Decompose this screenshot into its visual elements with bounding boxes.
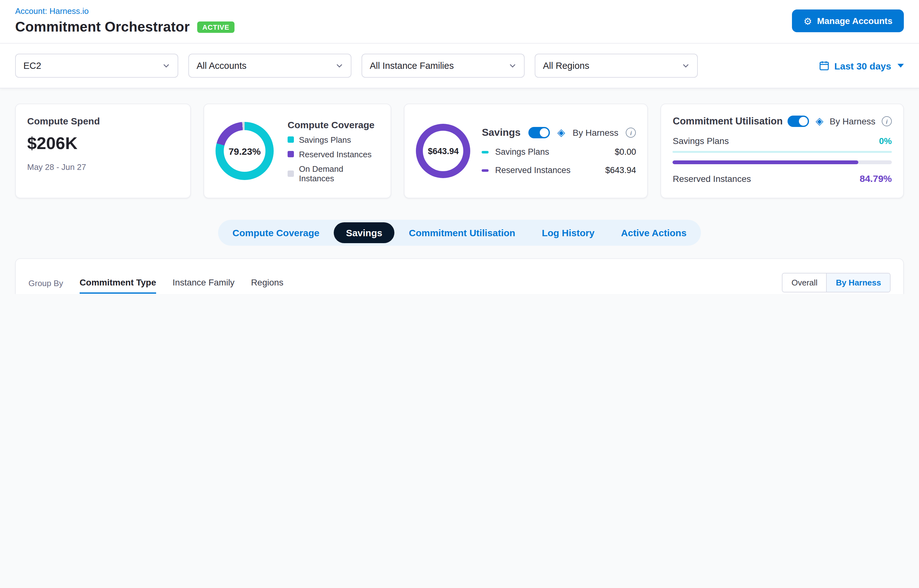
reserved-instances-utilisation-value: 84.79%: [860, 173, 892, 184]
service-filter-select[interactable]: EC2: [15, 54, 178, 78]
status-badge: ACTIVE: [197, 21, 235, 33]
coverage-donut-value: 79.23%: [216, 122, 274, 180]
savings-card: $643.94 Savings ◈ By Harness i Savings P…: [404, 103, 648, 198]
legend-item-savings-plans: Savings Plans: [288, 135, 379, 144]
view-by-harness-button[interactable]: By Harness: [827, 273, 890, 292]
savings-by-harness-toggle[interactable]: [528, 127, 549, 138]
savings-title: Savings: [482, 127, 521, 138]
compute-spend-title: Compute Spend: [27, 116, 179, 126]
reserved-instances-progress-bar: [673, 160, 892, 164]
commitment-utilisation-title: Commitment Utilisation: [673, 116, 783, 127]
savings-card-body: Savings ◈ By Harness i Savings Plans $0.…: [482, 127, 636, 175]
savings-plans-progress-bar: [673, 151, 892, 153]
legend-item-on-demand: On Demand Instances: [288, 164, 379, 183]
filter-bar: EC2 All Accounts All Instance Families A…: [0, 44, 919, 89]
instance-families-filter-value: All Instance Families: [370, 61, 454, 71]
gear-icon: ⚙: [804, 16, 812, 26]
instance-families-filter-select[interactable]: All Instance Families: [361, 54, 525, 78]
account-breadcrumb-link[interactable]: Account: Harness.io: [15, 6, 235, 16]
group-tab-regions[interactable]: Regions: [251, 277, 284, 294]
compute-spend-card: Compute Spend $206K May 28 - Jun 27: [15, 103, 191, 198]
page: Account: Harness.io Commitment Orchestra…: [0, 0, 919, 294]
savings-donut-chart: $643.94: [416, 124, 470, 178]
on-demand-swatch: [288, 170, 294, 176]
tab-compute-coverage[interactable]: Compute Coverage: [220, 222, 332, 243]
view-overall-button[interactable]: Overall: [783, 273, 827, 292]
coverage-donut-chart: 79.23%: [216, 122, 274, 180]
date-range-value: Last 30 days: [834, 60, 891, 71]
tab-savings[interactable]: Savings: [334, 222, 394, 243]
utilisation-row-savings-plans: Savings Plans 0%: [673, 136, 892, 146]
row-label: Reserved Instances: [495, 165, 599, 175]
toggle-knob: [540, 128, 548, 137]
page-title: Commitment Orchestrator: [15, 19, 190, 36]
tab-commitment-utilisation[interactable]: Commitment Utilisation: [397, 222, 527, 243]
row-label: Reserved Instances: [673, 173, 751, 184]
savings-donut-value: $643.94: [416, 124, 470, 178]
row-label: Savings Plans: [495, 147, 608, 157]
group-by-label: Group By: [28, 278, 63, 294]
savings-row-reserved-instances: Reserved Instances $643.94: [482, 165, 636, 175]
tab-active-actions[interactable]: Active Actions: [609, 222, 699, 243]
chevron-down-icon: [682, 62, 690, 69]
savings-panel: Group By Commitment Type Instance Family…: [15, 258, 904, 294]
savings-plans-utilisation-value: 0%: [879, 136, 892, 146]
commitment-utilisation-card: Commitment Utilisation ◈ By Harness i Sa…: [661, 103, 904, 198]
by-harness-label: By Harness: [573, 128, 618, 138]
accounts-filter-value: All Accounts: [196, 61, 246, 71]
chevron-down-icon: [162, 62, 170, 69]
tab-log-history[interactable]: Log History: [530, 222, 606, 243]
utilisation-by-harness-toggle[interactable]: [788, 116, 809, 127]
view-toggle: Overall By Harness: [782, 273, 891, 292]
compute-spend-value: $206K: [27, 134, 179, 153]
group-tab-instance-family[interactable]: Instance Family: [173, 277, 235, 294]
compute-coverage-card: 79.23% Compute Coverage Savings Plans Re…: [204, 103, 392, 198]
row-label: Savings Plans: [673, 136, 729, 146]
compute-spend-period: May 28 - Jun 27: [27, 162, 179, 172]
legend-item-reserved-instances: Reserved Instances: [288, 149, 379, 159]
header-left: Account: Harness.io Commitment Orchestra…: [15, 6, 235, 36]
savings-plans-marker: [482, 151, 489, 153]
reserved-instances-swatch: [288, 151, 294, 157]
coverage-legend: Compute Coverage Savings Plans Reserved …: [288, 119, 379, 183]
toggle-knob: [799, 117, 808, 126]
compute-coverage-title: Compute Coverage: [288, 119, 379, 130]
by-harness-label: By Harness: [830, 116, 875, 126]
summary-cards: Compute Spend $206K May 28 - Jun 27 79.2…: [15, 103, 904, 198]
date-range-picker[interactable]: Last 30 days: [819, 60, 904, 71]
service-filter-value: EC2: [23, 61, 41, 71]
savings-row-savings-plans: Savings Plans $0.00: [482, 147, 636, 157]
harness-logo-icon: ◈: [816, 116, 823, 126]
utilisation-row-reserved-instances: Reserved Instances 84.79%: [673, 173, 892, 184]
regions-filter-select[interactable]: All Regions: [535, 54, 698, 78]
info-icon[interactable]: i: [626, 128, 636, 138]
row-value: $643.94: [605, 165, 636, 175]
caret-down-icon: [898, 64, 904, 68]
calendar-icon: [819, 61, 829, 71]
group-tab-commitment-type[interactable]: Commitment Type: [79, 277, 156, 294]
header: Account: Harness.io Commitment Orchestra…: [0, 0, 919, 44]
accounts-filter-select[interactable]: All Accounts: [188, 54, 352, 78]
harness-logo-icon: ◈: [557, 128, 565, 138]
manage-accounts-button[interactable]: ⚙ Manage Accounts: [792, 10, 904, 32]
legend-label: Savings Plans: [299, 135, 351, 144]
info-icon[interactable]: i: [882, 116, 892, 126]
chevron-down-icon: [336, 62, 343, 69]
reserved-instances-marker: [482, 169, 489, 171]
savings-plans-swatch: [288, 136, 294, 143]
main-tabs: Compute Coverage Savings Commitment Util…: [0, 220, 919, 246]
chevron-down-icon: [509, 62, 516, 69]
regions-filter-value: All Regions: [543, 61, 589, 71]
manage-accounts-label: Manage Accounts: [817, 16, 893, 26]
row-value: $0.00: [615, 147, 636, 157]
legend-label: Reserved Instances: [299, 149, 372, 159]
progress-fill: [673, 160, 859, 164]
group-by-row: Group By Commitment Type Instance Family…: [28, 273, 891, 294]
legend-label: On Demand Instances: [299, 164, 379, 183]
